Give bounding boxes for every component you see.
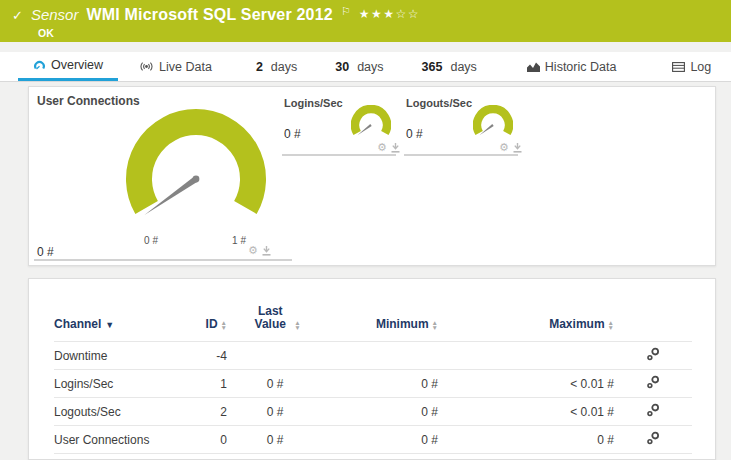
column-header-id-label: ID: [206, 317, 218, 331]
gauge-scale-min: 0 #: [131, 235, 171, 246]
divider: [282, 154, 396, 156]
column-header-last-value[interactable]: Last Value▲▼: [227, 305, 323, 342]
edit-channel-icon[interactable]: [647, 431, 660, 448]
channel-id: -4: [189, 342, 227, 370]
tab-30-days-number: 30: [335, 60, 349, 74]
gauge-logouts-value: 0 #: [406, 127, 423, 141]
gauge-logins-value: 0 #: [284, 127, 301, 141]
table-header-row: Channel▼ ID▲▼ Last Value▲▼ Minimum▲▼ Max…: [54, 305, 692, 342]
divider: [404, 154, 518, 156]
channel-id: 2: [189, 398, 227, 426]
tab-30-days-unit: days: [357, 60, 383, 74]
channels-panel: Channel▼ ID▲▼ Last Value▲▼ Minimum▲▼ Max…: [28, 278, 716, 460]
tab-365-days-unit: days: [450, 60, 476, 74]
tab-2-days-number: 2: [256, 60, 263, 74]
status-check-icon: ✓: [12, 8, 23, 23]
channel-id: 1: [189, 370, 227, 398]
tab-365-days-number: 365: [422, 60, 443, 74]
sort-toggle-icon: ▲▼: [221, 320, 227, 330]
sensor-header-line: ✓ Sensor WMI Microsoft SQL Server 2012 ⚐…: [12, 6, 420, 24]
channel-minimum: 0 #: [323, 426, 438, 454]
channel-last-value: [227, 342, 323, 370]
tab-2-days[interactable]: 2 days: [241, 52, 312, 81]
broadcast-icon: [139, 61, 154, 72]
gauges-panel: User Connections 0 # 1 # 0 # ⚙ Logins/Se…: [28, 86, 716, 266]
sort-desc-icon: ▼: [105, 320, 114, 330]
tab-30-days[interactable]: 30 days: [320, 52, 398, 81]
status-badge: OK: [38, 27, 54, 39]
gauge-user-connections-value: 0 #: [37, 245, 54, 259]
tab-365-days[interactable]: 365 days: [407, 52, 492, 81]
channel-name[interactable]: Downtime: [54, 342, 189, 370]
gauge-logins-title: Logins/Sec: [284, 97, 343, 109]
table-row: User Connections 0 0 # 0 # 0 #: [54, 426, 692, 454]
channel-last-value: 0 #: [227, 398, 323, 426]
channel-settings-gear-icon[interactable]: ⚙: [377, 142, 387, 153]
channel-maximum: [438, 342, 614, 370]
gauge-action-icons: ⚙: [248, 245, 271, 256]
tab-overview[interactable]: Overview: [18, 52, 118, 81]
channel-settings-gear-icon[interactable]: ⚙: [499, 142, 509, 153]
gauge-user-connections-title: User Connections: [37, 94, 140, 108]
column-header-minimum-label: Minimum: [376, 317, 429, 331]
tab-log[interactable]: Log: [657, 52, 726, 81]
logouts-gauge: [473, 105, 513, 139]
channel-minimum: [323, 342, 438, 370]
gauge-icon: [33, 60, 46, 71]
tab-historic-data[interactable]: Historic Data: [512, 52, 632, 81]
log-list-icon: [672, 62, 685, 72]
column-header-last-value-label: Last Value: [249, 305, 291, 331]
column-header-id[interactable]: ID▲▼: [189, 305, 227, 342]
table-row: Logouts/Sec 2 0 # 0 # < 0.01 #: [54, 398, 692, 426]
channel-name[interactable]: Logouts/Sec: [54, 398, 189, 426]
channel-name[interactable]: User Connections: [54, 426, 189, 454]
channel-id: 0: [189, 426, 227, 454]
channel-last-value: 0 #: [227, 370, 323, 398]
tab-live-data-label: Live Data: [159, 60, 212, 74]
channel-minimum: 0 #: [323, 398, 438, 426]
tab-overview-label: Overview: [51, 58, 103, 72]
edit-channel-icon[interactable]: [647, 403, 660, 420]
column-header-maximum-label: Maximum: [549, 317, 604, 331]
channel-settings-gear-icon[interactable]: ⚙: [248, 245, 258, 256]
tab-live-data[interactable]: Live Data: [124, 52, 227, 81]
sensor-header-bar: ✓ Sensor WMI Microsoft SQL Server 2012 ⚐…: [0, 0, 731, 42]
channel-maximum: < 0.01 #: [438, 398, 614, 426]
pin-download-icon[interactable]: [391, 143, 400, 153]
edit-channel-icon[interactable]: [647, 347, 660, 364]
channel-maximum: 0 #: [438, 426, 614, 454]
page-title: WMI Microsoft SQL Server 2012: [86, 6, 332, 24]
channel-last-value: 0 #: [227, 426, 323, 454]
channel-maximum: < 0.01 #: [438, 370, 614, 398]
gauge-action-icons: ⚙: [377, 142, 400, 153]
pin-download-icon[interactable]: [513, 143, 522, 153]
column-header-channel[interactable]: Channel▼: [54, 305, 189, 342]
table-row: Downtime -4: [54, 342, 692, 370]
priority-stars[interactable]: ★★★☆☆: [359, 7, 420, 21]
logins-gauge: [351, 105, 391, 139]
channels-table: Channel▼ ID▲▼ Last Value▲▼ Minimum▲▼ Max…: [54, 305, 692, 454]
object-kind-label: Sensor: [31, 6, 79, 23]
column-header-minimum[interactable]: Minimum▲▼: [323, 305, 438, 342]
pin-download-icon[interactable]: [262, 246, 271, 256]
gauge-logouts-title: Logouts/Sec: [406, 97, 472, 109]
area-chart-icon: [527, 62, 540, 72]
channel-name[interactable]: Logins/Sec: [54, 370, 189, 398]
divider: [34, 259, 292, 261]
channel-minimum: 0 #: [323, 370, 438, 398]
edit-channel-icon[interactable]: [647, 375, 660, 392]
tab-bar: Overview Live Data 2 days 30 days 365 da…: [0, 52, 731, 82]
column-header-maximum[interactable]: Maximum▲▼: [438, 305, 614, 342]
sort-toggle-icon: ▲▼: [608, 320, 614, 330]
tab-log-label: Log: [690, 60, 711, 74]
gauge-action-icons: ⚙: [499, 142, 522, 153]
user-connections-gauge: [121, 109, 271, 223]
tab-historic-data-label: Historic Data: [545, 60, 617, 74]
sort-toggle-icon: ▲▼: [432, 320, 438, 330]
flag-icon[interactable]: ⚐: [341, 5, 351, 18]
tab-settings[interactable]: ⚙ Settings: [726, 52, 731, 81]
column-header-channel-label: Channel: [54, 317, 101, 331]
table-row: Logins/Sec 1 0 # 0 # < 0.01 #: [54, 370, 692, 398]
sort-toggle-icon: ▲▼: [294, 320, 300, 330]
tab-2-days-unit: days: [271, 60, 297, 74]
